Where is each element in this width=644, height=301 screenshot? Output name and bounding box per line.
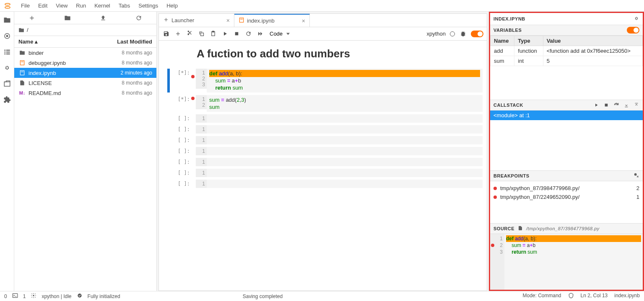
svg-rect-8 (4, 54, 5, 54)
gear-icon[interactable] (634, 15, 639, 23)
menu-file[interactable]: File (17, 1, 34, 10)
step-in-icon[interactable] (623, 102, 629, 108)
svg-point-25 (78, 293, 81, 297)
code-cell[interactable]: [*]:123def add(a, b): sum = a+b return s… (159, 69, 483, 93)
new-launcher-icon[interactable] (28, 14, 36, 22)
sort-asc-icon: ▴ (35, 39, 38, 45)
variables-toggle[interactable] (627, 27, 639, 33)
kernel-status[interactable]: xpython | Idle (42, 293, 71, 299)
variable-row[interactable]: sumint5 (491, 56, 643, 66)
svg-point-0 (5, 3, 10, 5)
code-editor[interactable]: def add(a, b): sum = a+b return sum (207, 69, 483, 93)
menu-tabs[interactable]: Tabs (114, 1, 134, 10)
close-icon[interactable]: × (226, 17, 230, 24)
refresh-icon[interactable] (135, 14, 143, 22)
stack-frame[interactable]: <module> at :1 (490, 111, 643, 120)
fb-header[interactable]: Name▴ Last Modified (14, 36, 156, 48)
breakpoint-list: tmp/xpython_87/3984779968.py/2tmp/xpytho… (490, 181, 643, 223)
svg-rect-17 (200, 33, 203, 36)
code-cell[interactable]: [ ]:1 (159, 169, 483, 177)
code-editor[interactable] (207, 158, 483, 166)
kernel-name[interactable]: xpython (426, 31, 446, 37)
running-icon[interactable] (3, 32, 11, 40)
variable-row[interactable]: addfunction<function add at 0x7f6eec1250… (491, 46, 643, 56)
code-editor[interactable] (207, 136, 483, 144)
tab-launcher[interactable]: Launcher× (159, 14, 234, 27)
file-type-icon (18, 60, 26, 66)
file-row[interactable]: M↓README.md8 months ago (14, 88, 156, 98)
code-editor[interactable] (207, 114, 483, 123)
code-editor[interactable] (207, 180, 483, 188)
breadcrumb[interactable]: / (14, 24, 156, 36)
extensions-icon[interactable] (3, 95, 11, 104)
code-cell[interactable]: [ ]:1 (159, 158, 483, 166)
sb-count-0[interactable]: 0 (4, 293, 7, 299)
file-list: binder8 months agodebugger.ipynb8 months… (14, 48, 156, 291)
restart-run-icon[interactable] (256, 30, 264, 38)
code-cell[interactable]: [*]:12sum = add(2,3)sum (159, 95, 483, 112)
bug-icon[interactable] (459, 30, 467, 38)
continue-icon[interactable] (593, 102, 599, 108)
menu-help[interactable]: Help (162, 1, 182, 10)
upload-icon[interactable] (99, 14, 107, 22)
code-cell[interactable]: [ ]:1 (159, 180, 483, 188)
cell-type-select[interactable]: Code (268, 30, 291, 38)
step-over-icon[interactable] (613, 102, 619, 108)
step-out-icon[interactable] (634, 102, 639, 108)
cut-icon[interactable] (186, 30, 193, 38)
menu-view[interactable]: View (52, 1, 72, 10)
file-row[interactable]: LICENSE8 months ago (14, 78, 156, 88)
code-editor[interactable] (207, 169, 483, 177)
file-row[interactable]: debugger.ipynb8 months ago (14, 58, 156, 68)
menu-run[interactable]: Run (72, 1, 90, 10)
save-icon[interactable] (162, 30, 170, 38)
restart-icon[interactable] (244, 30, 252, 38)
breakpoint-dot[interactable] (191, 97, 195, 100)
tab-icon (239, 17, 244, 24)
menu-kernel[interactable]: Kernel (90, 1, 114, 10)
clear-bp-icon[interactable] (634, 172, 639, 179)
folder-icon[interactable] (3, 16, 11, 24)
menu-edit[interactable]: Edit (34, 1, 52, 10)
code-editor[interactable] (207, 125, 483, 134)
terminate-icon[interactable] (603, 102, 609, 108)
file-row[interactable]: binder8 months ago (14, 48, 156, 58)
terminal-icon[interactable] (12, 293, 18, 300)
debug-toggle[interactable] (471, 31, 483, 37)
cursor-pos[interactable]: Ln 2, Col 13 (581, 293, 608, 300)
svg-rect-10 (4, 82, 10, 87)
code-cell[interactable]: [ ]:1 (159, 125, 483, 134)
settings-icon[interactable] (3, 64, 11, 72)
menu-settings[interactable]: Settings (134, 1, 162, 10)
stop-icon[interactable] (233, 30, 240, 38)
file-row[interactable]: index.ipynb2 minutes ago (14, 68, 156, 78)
saving-status: Saving completed (243, 293, 283, 299)
breakpoint-dot[interactable] (191, 75, 195, 78)
toc-icon[interactable] (3, 48, 11, 56)
init-status: Fully initialized (88, 293, 120, 299)
paste-icon[interactable] (209, 30, 217, 38)
copy-icon[interactable] (197, 30, 205, 38)
new-folder-icon[interactable] (64, 14, 71, 22)
code-editor[interactable] (207, 147, 483, 155)
tab-index-ipynb[interactable]: index.ipynb× (234, 14, 310, 27)
run-icon[interactable] (221, 30, 229, 38)
tab-icon (163, 17, 169, 24)
code-cell[interactable]: [ ]:1 (159, 114, 483, 123)
breakpoint-row[interactable]: tmp/xpython_87/2249652090.py/1 (493, 193, 639, 201)
breakpoint-row[interactable]: tmp/xpython_87/3984779968.py/2 (493, 184, 639, 193)
mode-label[interactable]: Mode: Command (522, 293, 561, 300)
code-editor[interactable]: sum = add(2,3)sum (207, 95, 483, 112)
kernel-status-icon[interactable] (450, 31, 455, 36)
bp-line: 2 (636, 185, 639, 191)
code-cell[interactable]: [ ]:1 (159, 147, 483, 155)
close-icon[interactable]: × (302, 18, 305, 24)
code-cell[interactable]: [ ]:1 (159, 136, 483, 144)
tabs-icon[interactable] (3, 80, 11, 88)
add-cell-icon[interactable] (174, 30, 182, 38)
file-label[interactable]: index.ipynb (614, 293, 640, 300)
trust-icon[interactable] (568, 293, 574, 300)
kernel-gear-icon[interactable] (31, 293, 36, 300)
line-gutter: 1 (196, 169, 207, 177)
sb-count-1[interactable]: 1 (23, 293, 26, 299)
